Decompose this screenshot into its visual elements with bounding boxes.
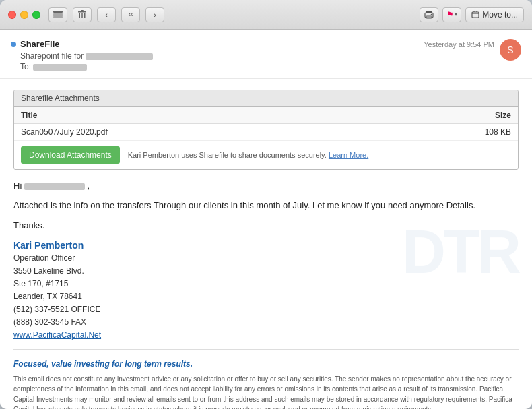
archive-button[interactable] (48, 7, 67, 22)
fullscreen-button[interactable] (32, 11, 40, 19)
unread-dot (11, 42, 16, 47)
toolbar-right: ⚑ ▾ Move to... (420, 7, 524, 22)
back-button[interactable]: ‹ (97, 7, 116, 22)
email-header: ShareFile Sharepoint file for To: Yester… (0, 30, 532, 79)
print-button[interactable] (420, 7, 438, 22)
svg-rect-4 (78, 11, 86, 13)
attachment-table: Title Size Scan0507/July 2020.pdf 108 KB (14, 107, 518, 141)
email-body: DTR Sharefile Attachments Title Size (0, 79, 532, 409)
svg-rect-5 (81, 10, 84, 11)
divider (13, 349, 519, 350)
timestamp: Yesterday at 9:54 PM (424, 40, 494, 49)
sig-phone-office: (512) 337-5521 OFFICE (13, 303, 519, 316)
delete-button[interactable] (73, 7, 92, 22)
forward-button[interactable]: › (145, 7, 164, 22)
move-to-label: Move to... (482, 10, 518, 20)
sig-website[interactable]: www.PacificaCapital.Net (13, 330, 101, 340)
email-window: ‹ ‹‹ › ⚑ ▾ (0, 0, 532, 409)
move-to-button[interactable]: Move to... (465, 7, 524, 22)
sig-address3: Leander, TX 78641 (13, 290, 519, 303)
email-area: ShareFile Sharepoint file for To: Yester… (0, 30, 532, 409)
email-body-content: Sharefile Attachments Title Size Scan050… (13, 90, 519, 409)
sender-name: ShareFile (20, 39, 60, 49)
file-size: 108 KB (374, 124, 518, 141)
subject-blurred (86, 53, 153, 60)
sig-title: Operation Officer (13, 252, 519, 265)
sig-name: Kari Pemberton (13, 240, 519, 251)
body-paragraph: Attached is the info on the transfers Th… (13, 199, 519, 212)
svg-rect-10 (426, 11, 432, 13)
svg-rect-2 (53, 15, 63, 15)
thanks-text: Thanks. (13, 220, 519, 230)
titlebar: ‹ ‹‹ › ⚑ ▾ (0, 0, 532, 30)
traffic-lights (8, 11, 40, 19)
close-button[interactable] (8, 11, 16, 19)
size-col-header: Size (374, 107, 518, 124)
footer: Focused, value investing for long term r… (13, 359, 519, 409)
file-name: Scan0507/July 2020.pdf (14, 124, 374, 141)
svg-point-12 (431, 14, 432, 15)
recipient-blurred (24, 183, 85, 190)
svg-rect-7 (81, 13, 83, 18)
sig-address2: Ste 170, #1715 (13, 278, 519, 290)
signature: Kari Pemberton Operation Officer 3550 La… (13, 240, 519, 340)
to-blurred (33, 64, 87, 71)
sig-address1: 3550 Lakeline Blvd. (13, 265, 519, 278)
footer-tagline: Focused, value investing for long term r… (13, 359, 519, 369)
sender-name-row: ShareFile (11, 39, 424, 49)
attachment-row: Scan0507/July 2020.pdf 108 KB (14, 124, 518, 141)
subject-line: Sharepoint file for (20, 51, 424, 61)
greeting: Hi , (13, 181, 519, 191)
back-all-button[interactable]: ‹‹ (121, 7, 140, 22)
minimize-button[interactable] (20, 11, 28, 19)
footer-disclaimer: This email does not constitute any inves… (13, 374, 519, 409)
svg-rect-8 (84, 13, 86, 18)
svg-rect-13 (472, 12, 479, 18)
header-right: Yesterday at 9:54 PM S (424, 39, 521, 61)
attachment-box-header: Sharefile Attachments (14, 90, 518, 107)
svg-rect-6 (79, 13, 81, 18)
sharefile-note: Kari Pemberton uses Sharefile to share d… (128, 151, 368, 159)
sender-info: ShareFile Sharepoint file for To: (11, 39, 424, 71)
svg-rect-1 (53, 13, 63, 14)
svg-rect-3 (53, 16, 63, 17)
sig-phone-fax: (888) 302-3545 FAX (13, 316, 519, 329)
title-col-header: Title (14, 107, 374, 124)
flag-dropdown-button[interactable]: ⚑ ▾ (442, 7, 461, 22)
to-line: To: (20, 62, 424, 71)
learn-more-link[interactable]: Learn More. (329, 151, 368, 159)
attachment-footer: Download Attachments Kari Pemberton uses… (14, 141, 518, 169)
download-attachments-button[interactable]: Download Attachments (21, 146, 120, 164)
avatar: S (500, 39, 521, 61)
attachment-box: Sharefile Attachments Title Size Scan050… (13, 90, 519, 170)
svg-rect-0 (53, 11, 63, 13)
